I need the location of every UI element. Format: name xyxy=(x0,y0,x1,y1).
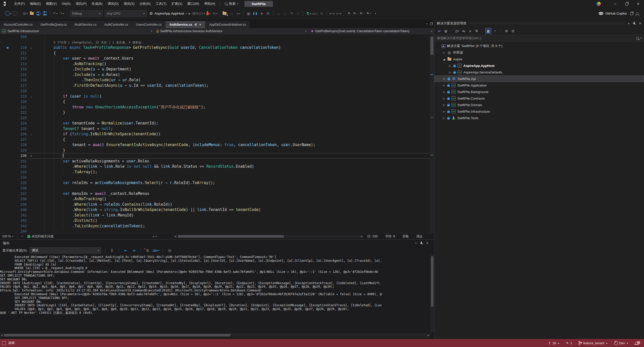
float-window-icon[interactable] xyxy=(430,23,432,25)
column-indicator[interactable]: 字符: 9 xyxy=(385,234,395,239)
timestamp-icon[interactable]: ◷ xyxy=(167,248,173,252)
decrease-indent-button[interactable]: ⇤≡ xyxy=(329,10,335,17)
properties-icon[interactable]: ⧉ xyxy=(474,28,479,34)
next-message-icon[interactable]: ⇥ xyxy=(131,248,137,252)
code-line[interactable]: 218 xyxy=(0,88,434,94)
tab-iauthservice-cs[interactable]: IAuthService.cs xyxy=(71,21,100,28)
stop-debugging-button[interactable]: ■ xyxy=(259,10,265,17)
home-button[interactable]: ⌂ xyxy=(229,10,235,17)
solution-search-input[interactable]: 搜索解决方案资源管理器(Ctrl+;) ▾ xyxy=(434,35,644,42)
git-branch-button[interactable]: feature_tenant▲ xyxy=(579,341,608,345)
editor-vertical-scrollbar[interactable] xyxy=(430,34,434,233)
sync-with-active-document-icon[interactable]: ⇆ xyxy=(461,28,466,34)
pin-icon[interactable] xyxy=(633,22,635,25)
code-editor[interactable]: 2095 个引用 | zhengshulei, 15 天前 | 1 名作者, 4… xyxy=(0,34,434,233)
editor-horizontal-scrollbar[interactable]: ◀▶ xyxy=(174,235,364,238)
spell-check-button[interactable]: abc✓ xyxy=(312,10,318,17)
collapse-arrow-icon[interactable]: ▷ xyxy=(442,51,446,54)
window-position-dropdown-icon[interactable]: ▾ xyxy=(628,22,629,25)
collapse-all-icon[interactable]: ∧ xyxy=(467,28,473,34)
code-line[interactable]: 226⌄if (!string.IsNullOrWhiteSpace(tenan… xyxy=(0,132,434,137)
collapse-arrow-icon[interactable]: ▷ xyxy=(442,97,446,100)
code-line[interactable]: 221throw new UnauthorizedAccessException… xyxy=(0,105,434,110)
code-line[interactable]: 230✎ xyxy=(0,153,434,159)
collapse-arrow-icon[interactable]: ▷ xyxy=(442,91,446,93)
pending-changes-filter-icon[interactable]: ◷▾ xyxy=(454,28,460,34)
code-line[interactable]: 212var user = await _context.Users xyxy=(0,56,434,61)
code-cleanup-button[interactable]: ⌁▾ xyxy=(150,235,159,238)
line-options-button[interactable]: ≡▾ xyxy=(235,10,241,17)
git-sync-button[interactable]: ↥ 18▲ xyxy=(548,341,559,345)
output-horizontal-scrollbar[interactable]: ◀▶ xyxy=(0,333,430,337)
close-button[interactable]: ✕ xyxy=(632,0,644,8)
code-line[interactable]: 209 xyxy=(0,34,434,40)
code-line[interactable]: 243.ToListAsync(cancellationToken); xyxy=(0,224,434,229)
github-copilot-button[interactable]: GitHub Copilot xyxy=(599,12,639,15)
code-line[interactable]: 222} xyxy=(0,110,434,115)
tree-item-swiftpile-background[interactable]: ▷C#SwiftPile.Background xyxy=(434,89,644,95)
tab-getprofilequery-cs[interactable]: GetProfileQuery.cs xyxy=(37,21,71,28)
tree-item--[interactable]: ▷▤外部源 xyxy=(434,49,644,56)
code-line[interactable]: 229} xyxy=(0,148,434,153)
show-all-files-dropdown-icon[interactable]: ▾ xyxy=(492,28,498,34)
pending-edits-button[interactable]: ✎ 1 xyxy=(566,341,572,345)
code-line[interactable]: 237var menuIds = await _context.RoleMenu… xyxy=(0,191,434,197)
code-line[interactable]: 234 xyxy=(0,175,434,180)
step-out-button[interactable]: ↑ xyxy=(295,10,301,17)
code-line[interactable]: 211{ xyxy=(0,51,434,56)
menu-item-x[interactable]: 扩展(X) xyxy=(169,0,185,8)
collapse-arrow-icon[interactable]: ▷ xyxy=(449,64,452,67)
code-line[interactable]: 240.Where(link ⇒ string.IsNullOrWhiteSpa… xyxy=(0,207,434,213)
menu-item-h[interactable]: 帮助(H) xyxy=(202,0,218,8)
tab-authservice-cs[interactable]: AuthService.cs✕ xyxy=(166,21,205,28)
code-line[interactable]: 239.Where(link ⇒ roleIds.Contains(link.R… xyxy=(0,202,434,207)
navigate-back-button[interactable]: ←▾ xyxy=(5,10,12,17)
code-line[interactable]: ▦210⌄public async Task<ProfileResponse> … xyxy=(0,45,434,51)
codelens-info[interactable]: 5 个引用 | zhengshulei, 15 天前 | 1 名作者, 4 项更… xyxy=(54,41,141,44)
code-line[interactable]: 235var roleIds = activeRoleAssignments.S… xyxy=(0,180,434,186)
spaces-indicator[interactable]: 空格 xyxy=(403,234,409,239)
close-icon[interactable]: ✕ xyxy=(199,23,202,26)
tree-item-swiftpile-application[interactable]: ▷C#SwiftPile.Application xyxy=(434,82,644,89)
background-tasks-icon[interactable] xyxy=(2,341,6,345)
menu-item-p[interactable]: 项目(P) xyxy=(73,0,89,8)
menu-item-n[interactable]: 分析(N) xyxy=(137,0,153,8)
switch-views-icon[interactable]: ⇄ xyxy=(436,28,442,34)
code-line[interactable]: 236 xyxy=(0,186,434,191)
step-into-button[interactable]: ↓ xyxy=(282,10,288,17)
output-log[interactable]: Executed DbCommand (11ms) [Parameters=[@… xyxy=(0,255,430,332)
menu-item-b[interactable]: 生成(B) xyxy=(89,0,105,8)
redo-button[interactable]: ↷▾ xyxy=(59,10,65,17)
menu-item-w[interactable]: 窗口(W) xyxy=(185,0,202,8)
pin-icon[interactable] xyxy=(420,242,422,245)
minimize-button[interactable]: ─ xyxy=(609,0,621,8)
breadcrumb-item[interactable]: {}SwiftPile.Infrastructure.Services.Auth… xyxy=(154,28,309,34)
tree-item-aspireapp-servicedefaults[interactable]: ▷C#AspireApp.ServiceDefaults xyxy=(434,69,644,75)
tree-item-swiftpile-tests[interactable]: ▷SwiftPile.Tests xyxy=(434,115,644,121)
wrench-icon[interactable]: ⚙ xyxy=(504,28,509,34)
menu-item-s[interactable]: 测试(S) xyxy=(121,0,137,8)
code-line[interactable]: 233.ToArray(); xyxy=(0,169,434,175)
code-health-icon[interactable]: ⌾ xyxy=(19,235,25,238)
code-line[interactable]: 213.AsNoTracking() xyxy=(0,61,434,67)
encoding-indicator[interactable]: 混合 xyxy=(416,234,423,239)
code-line[interactable]: 238.AsNoTracking() xyxy=(0,196,434,202)
code-line[interactable]: 232.Where(link ⇒ link.Role is not null &… xyxy=(0,164,434,169)
scroll-lock-icon[interactable]: ↧ xyxy=(109,248,115,252)
pin-icon[interactable] xyxy=(194,23,197,27)
code-line[interactable]: 217.FirstOrDefaultAsync(u ⇒ u.Id == user… xyxy=(0,83,434,89)
collapse-arrow-icon[interactable]: ▷ xyxy=(442,110,446,113)
expanded-arrow-icon[interactable]: ◢ xyxy=(442,58,446,61)
code-line[interactable]: 228tenant = await EnsureTenantIsActiveAs… xyxy=(0,142,434,148)
new-project-button[interactable]: ⊞▾ xyxy=(22,10,28,17)
live-unit-testing-button[interactable]: ⚗▾ xyxy=(305,10,311,17)
collapse-arrow-icon[interactable]: ▷ xyxy=(443,77,446,80)
tree-item-aspire[interactable]: ◢Aspire xyxy=(434,56,644,62)
show-all-files-icon[interactable]: ▦ xyxy=(485,28,491,34)
menu-item-f[interactable]: 文件(F) xyxy=(12,0,27,8)
menu-item-d[interactable]: 调试(D) xyxy=(105,0,121,8)
clear-bookmarks-button[interactable]: ⚑✕ xyxy=(366,10,372,17)
selection-mode-button[interactable]: ↖ xyxy=(319,10,325,17)
zoom-level-dropdown[interactable]: 100 %▾ xyxy=(0,235,15,238)
codelens-row[interactable]: 5 个引用 | zhengshulei, 15 天前 | 1 名作者, 4 项更… xyxy=(0,40,434,45)
